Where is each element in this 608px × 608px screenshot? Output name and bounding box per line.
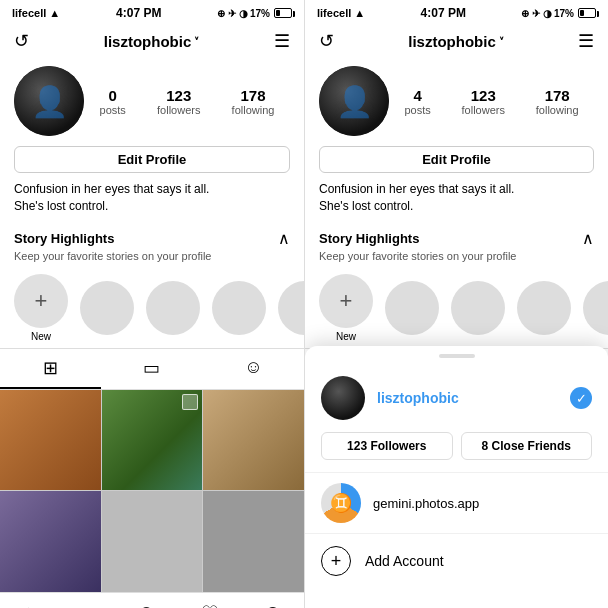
status-right-right: ⊕ ✈ ◑ 17% [521,8,596,19]
username-left[interactable]: lisztophobic ˅ [104,33,200,50]
new-label-left: New [31,331,51,342]
highlights-chevron-left: ∧ [278,229,290,248]
highlight-placeholder-3-right [517,281,571,335]
hamburger-icon-left[interactable]: ☰ [274,30,290,52]
new-label-right: New [336,331,356,342]
search-icon-left[interactable]: ○ [80,601,92,608]
following-label-right: following [536,104,579,116]
following-count-right: 178 [545,87,570,104]
overlay-username[interactable]: lisztophobic [377,390,558,406]
grid-cell-6-left [203,491,304,592]
highlight-circle-4-right [583,281,608,335]
grid-cell-1-left [0,390,101,491]
battery-icon-right [578,8,596,18]
highlight-circle-2-right [451,281,505,335]
highlights-title-right: Story Highlights [319,231,419,246]
followers-stat-right: 123 followers [462,87,505,116]
posts-count-right: 4 [413,87,421,104]
add-account-icon: + [321,546,351,576]
left-panel: lifecell ▲ 4:07 PM ⊕ ✈ ◑ 17% ↺ lisztopho… [0,0,304,608]
highlight-new-right[interactable]: + New [319,274,373,342]
carrier-right: lifecell [317,7,351,19]
tab-grid-left[interactable]: ⊞ [0,349,101,389]
profile-icon-left[interactable]: ◉ [264,601,281,608]
drag-handle [439,354,475,358]
bio-line1-left: Confusion in her eyes that says it all. [14,181,290,198]
avatar-right [319,66,389,136]
account-dropdown: lisztophobic ✓ 123 Followers 8 Close Fri… [305,346,608,608]
highlight-circle-3-right [517,281,571,335]
home-icon-left[interactable]: ⌂ [23,601,35,608]
grid-cell-3-left [203,390,304,491]
signal-icon: ▲ [49,7,60,19]
status-bar-right: lifecell ▲ 4:07 PM ⊕ ✈ ◑ 17% [305,0,608,24]
posts-label-right: posts [404,104,430,116]
followers-stat-left: 123 followers [157,87,200,116]
highlight-new-left[interactable]: + New [14,274,68,342]
status-bar-left: lifecell ▲ 4:07 PM ⊕ ✈ ◑ 17% [0,0,304,24]
highlights-title-left: Story Highlights [14,231,114,246]
highlights-header-left: Story Highlights ∧ [0,221,304,250]
back-arrow-left: ↺ [14,30,29,52]
profile-stats-right: 4 posts 123 followers 178 following [305,58,608,142]
signal-icon-right: ▲ [354,7,365,19]
edit-profile-button-right[interactable]: Edit Profile [319,146,594,173]
chevron-down-icon-left: ˅ [194,36,199,47]
highlight-placeholder-3-left [212,281,266,335]
hamburger-icon-right[interactable]: ☰ [578,30,594,52]
following-stat-right: 178 following [536,87,579,116]
nav-bar-right: ↺ lisztophobic ˅ ☰ [305,24,608,58]
back-arrow-right: ↺ [319,30,334,52]
bottom-nav-left: ⌂ ○ ⊕ ♡ ◉ [0,592,304,608]
time-left: 4:07 PM [116,6,161,20]
username-right[interactable]: lisztophobic ˅ [408,33,504,50]
highlight-circle-1-left [80,281,134,335]
profile-stats-left: 0 posts 123 followers 178 following [0,58,304,142]
tab-reels-left[interactable]: ▭ [101,349,202,389]
overlay-avatar [321,376,365,420]
stats-container-left: 0 posts 123 followers 178 following [84,87,290,116]
highlight-placeholder-4-left [278,281,304,335]
highlights-header-right: Story Highlights ∧ [305,221,608,250]
close-friends-button[interactable]: 8 Close Friends [461,432,593,460]
gemini-row[interactable]: ♊ gemini.photos.app [305,472,608,533]
following-count-left: 178 [240,87,265,104]
highlight-placeholder-2-right [451,281,505,335]
heart-icon-left[interactable]: ♡ [201,601,219,608]
gemini-app-name: gemini.photos.app [373,496,479,511]
plus-icon-left: + [35,290,48,312]
highlights-row-left: + New [0,268,304,348]
bio-right: Confusion in her eyes that says it all. … [305,179,608,221]
tab-tagged-left[interactable]: ☺ [203,349,304,389]
highlight-placeholder-4-right [583,281,608,335]
overlay-stats-row: 123 Followers 8 Close Friends [305,432,608,472]
followers-button[interactable]: 123 Followers [321,432,453,460]
gemini-icon: ♊ [321,483,361,523]
following-label-left: following [232,104,275,116]
active-account-checkmark: ✓ [570,387,592,409]
grid-cell-2-left [102,390,203,491]
new-circle-left[interactable]: + [14,274,68,328]
status-left: lifecell ▲ [12,7,60,19]
add-icon-left[interactable]: ⊕ [138,601,155,608]
posts-count-left: 0 [109,87,117,104]
followers-label-left: followers [157,104,200,116]
highlight-placeholder-1-left [80,281,134,335]
battery-icon-left [274,8,292,18]
highlights-chevron-right: ∧ [582,229,594,248]
add-account-row[interactable]: + Add Account [305,533,608,588]
icons-left: ⊕ ✈ ◑ [217,8,248,19]
overlay-account-row: lisztophobic ✓ [305,368,608,432]
highlights-row-right: + New [305,268,608,348]
edit-profile-button-left[interactable]: Edit Profile [14,146,290,173]
new-circle-right[interactable]: + [319,274,373,328]
highlights-subtitle-right: Keep your favorite stories on your profi… [305,250,608,268]
highlight-placeholder-2-left [146,281,200,335]
tabs-left: ⊞ ▭ ☺ [0,348,304,390]
avatar-left [14,66,84,136]
status-right: ⊕ ✈ ◑ 17% [217,8,292,19]
posts-stat-right: 4 posts [404,87,430,116]
status-left-right: lifecell ▲ [317,7,365,19]
photo-grid-left [0,390,304,592]
bio-left: Confusion in her eyes that says it all. … [0,179,304,221]
